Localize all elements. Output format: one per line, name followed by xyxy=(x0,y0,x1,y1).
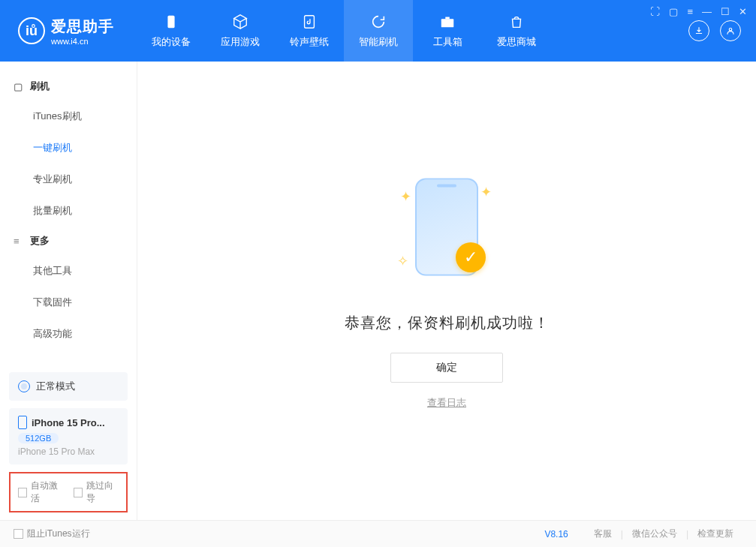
crop-icon[interactable]: ⛶ xyxy=(650,6,660,17)
cube-icon xyxy=(231,13,249,31)
sidebar: ▢ 刷机 iTunes刷机 一键刷机 专业刷机 批量刷机 ≡ 更多 其他工具 下… xyxy=(0,62,137,520)
section-label: 更多 xyxy=(30,234,50,248)
window-controls: ⛶ ▢ ≡ — ☐ ✕ xyxy=(650,6,747,17)
nav-label: 爱思商城 xyxy=(497,35,536,49)
svg-point-4 xyxy=(729,29,732,32)
checkbox-label: 跳过向导 xyxy=(86,479,119,505)
sidebar-item-itunes[interactable]: iTunes刷机 xyxy=(0,101,137,132)
svg-rect-0 xyxy=(167,16,174,29)
menu-lines-icon: ≡ xyxy=(14,236,24,247)
device-box[interactable]: iPhone 15 Pro... 512GB iPhone 15 Pro Max xyxy=(9,408,128,464)
menu-icon[interactable]: ≡ xyxy=(687,6,693,17)
minimize-icon[interactable]: — xyxy=(702,6,712,17)
version-label: V8.16 xyxy=(544,529,568,539)
section-label: 刷机 xyxy=(30,80,50,93)
user-button[interactable] xyxy=(720,20,741,41)
success-message: 恭喜您，保资料刷机成功啦！ xyxy=(345,313,550,333)
bag-icon xyxy=(508,13,526,31)
success-illustration: ✦ ✦ ✧ ✓ xyxy=(387,172,507,292)
nav-ringtones[interactable]: 铃声壁纸 xyxy=(275,0,344,62)
app-url: www.i4.cn xyxy=(51,37,114,46)
sidebar-item-pro[interactable]: 专业刷机 xyxy=(0,164,137,195)
checkbox-label: 自动激活 xyxy=(31,479,63,505)
download-button[interactable] xyxy=(688,20,709,41)
briefcase-icon xyxy=(438,13,456,31)
phone-small-icon xyxy=(18,416,27,429)
device-icon xyxy=(162,13,180,31)
mode-label: 正常模式 xyxy=(36,380,75,393)
logo-area: iů 爱思助手 www.i4.cn xyxy=(18,17,114,46)
options-highlight: 自动激活 跳过向导 xyxy=(9,472,128,512)
checkbox-block-itunes[interactable]: 阻止iTunes运行 xyxy=(14,527,90,540)
nav-my-device[interactable]: 我的设备 xyxy=(137,0,206,62)
mode-box[interactable]: 正常模式 xyxy=(9,372,128,401)
ok-button[interactable]: 确定 xyxy=(390,353,503,383)
nav-smart-flash[interactable]: 智能刷机 xyxy=(344,0,413,62)
checkbox-icon xyxy=(74,488,83,497)
sidebar-item-advanced[interactable]: 高级功能 xyxy=(0,318,137,350)
header: iů 爱思助手 www.i4.cn 我的设备 应用游戏 铃声壁纸 智能刷机 xyxy=(0,0,756,62)
sidebar-item-batch[interactable]: 批量刷机 xyxy=(0,195,137,227)
sidebar-item-oneclick[interactable]: 一键刷机 xyxy=(0,132,137,164)
sidebar-item-firmware[interactable]: 下载固件 xyxy=(0,287,137,318)
phone-icon[interactable]: ▢ xyxy=(669,6,678,17)
phone-outline-icon: ▢ xyxy=(14,81,24,92)
checkbox-icon xyxy=(14,529,23,539)
checkbox-label: 阻止iTunes运行 xyxy=(27,527,90,540)
nav-apps[interactable]: 应用游戏 xyxy=(206,0,275,62)
nav-label: 工具箱 xyxy=(433,35,462,49)
nav-store[interactable]: 爱思商城 xyxy=(482,0,551,62)
footer: 阻止iTunes运行 V8.16 客服 | 微信公众号 | 检查更新 xyxy=(0,520,756,547)
svg-rect-2 xyxy=(441,19,454,27)
storage-badge: 512GB xyxy=(18,433,59,443)
header-right xyxy=(688,20,741,41)
nav-label: 铃声壁纸 xyxy=(290,35,329,49)
sparkle-icon: ✦ xyxy=(400,188,411,205)
checkbox-skip-wizard[interactable]: 跳过向导 xyxy=(74,479,119,505)
checkbox-icon xyxy=(18,488,27,497)
close-icon[interactable]: ✕ xyxy=(739,6,747,17)
footer-support[interactable]: 客服 xyxy=(594,527,612,540)
device-fullname: iPhone 15 Pro Max xyxy=(18,446,119,457)
device-name-text: iPhone 15 Pro... xyxy=(32,417,105,428)
refresh-icon xyxy=(369,13,387,31)
logo-icon: iů xyxy=(18,17,45,44)
maximize-icon[interactable]: ☐ xyxy=(721,6,730,17)
music-icon xyxy=(300,13,318,31)
app-title: 爱思助手 xyxy=(51,17,114,37)
sparkle-icon: ✦ xyxy=(480,184,492,200)
top-nav: 我的设备 应用游戏 铃声壁纸 智能刷机 工具箱 爱思商城 xyxy=(137,0,551,62)
nav-label: 应用游戏 xyxy=(221,35,260,49)
checkbox-auto-activate[interactable]: 自动激活 xyxy=(18,479,63,505)
nav-toolbox[interactable]: 工具箱 xyxy=(413,0,482,62)
main-content: ✦ ✦ ✧ ✓ 恭喜您，保资料刷机成功啦！ 确定 查看日志 xyxy=(137,62,756,520)
sidebar-section-more: ≡ 更多 xyxy=(0,227,137,255)
sidebar-section-flash: ▢ 刷机 xyxy=(0,72,137,101)
view-log-link[interactable]: 查看日志 xyxy=(427,396,466,410)
nav-label: 智能刷机 xyxy=(359,35,398,49)
divider: | xyxy=(686,529,688,539)
svg-rect-3 xyxy=(445,17,450,20)
success-check-icon: ✓ xyxy=(456,242,486,272)
device-name: iPhone 15 Pro... xyxy=(18,416,119,429)
svg-rect-1 xyxy=(305,16,315,29)
sidebar-item-othertools[interactable]: 其他工具 xyxy=(0,255,137,287)
divider: | xyxy=(621,529,623,539)
nav-label: 我的设备 xyxy=(152,35,191,49)
mode-indicator-icon xyxy=(18,380,30,392)
footer-check-update[interactable]: 检查更新 xyxy=(697,527,733,540)
footer-wechat[interactable]: 微信公众号 xyxy=(632,527,677,540)
sparkle-icon: ✧ xyxy=(397,253,408,269)
